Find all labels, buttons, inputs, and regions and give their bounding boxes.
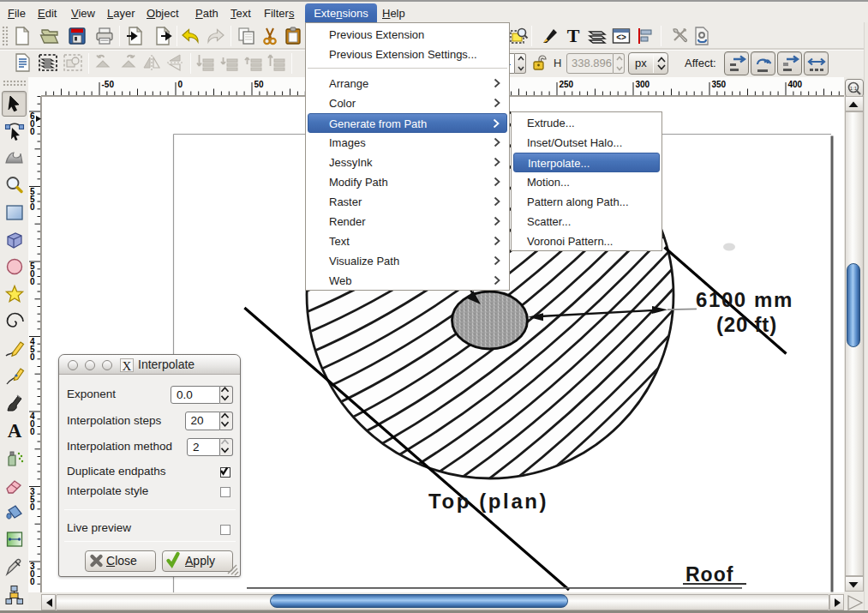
svg-text:0: 0 [30, 427, 35, 436]
svg-text:0: 0 [178, 80, 183, 89]
svg-text:1:1: 1:1 [850, 86, 858, 91]
svg-text:0: 0 [30, 502, 35, 512]
svg-text:-50: -50 [102, 80, 115, 89]
svg-text:0: 0 [30, 277, 35, 286]
svg-text:<>: <> [616, 33, 626, 42]
svg-text:400: 400 [788, 80, 803, 89]
svg-text:(20 ft): (20 ft) [716, 313, 777, 336]
svg-text:350: 350 [712, 80, 727, 89]
svg-text:A: A [7, 420, 21, 441]
svg-text:0: 0 [30, 352, 35, 362]
svg-text:T: T [567, 26, 580, 46]
svg-text:250: 250 [560, 80, 574, 89]
svg-text:0: 0 [30, 127, 35, 136]
svg-text:Top (plan): Top (plan) [428, 490, 548, 513]
svg-text:50: 50 [254, 80, 265, 89]
svg-text:6100 mm: 6100 mm [696, 288, 793, 311]
svg-text:Roof: Roof [685, 563, 733, 586]
svg-text:300: 300 [636, 80, 650, 89]
svg-text:0: 0 [30, 577, 35, 586]
svg-text:0: 0 [30, 202, 35, 212]
